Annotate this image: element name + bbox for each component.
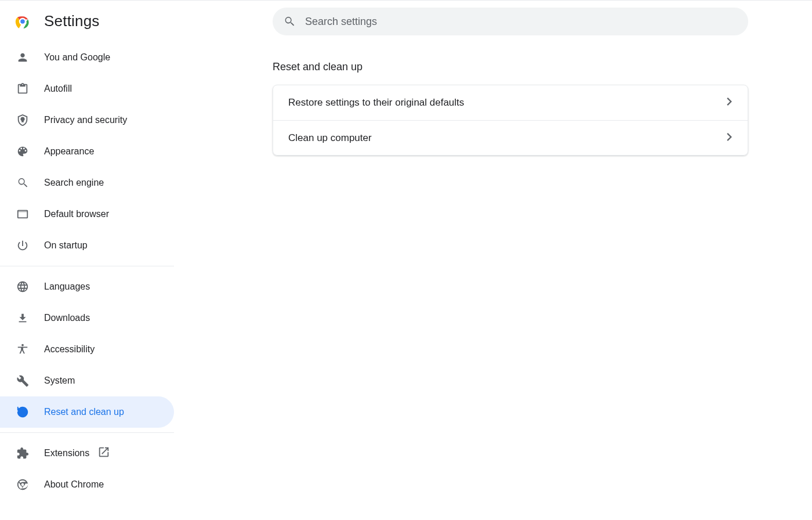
sidebar: Settings You and Google Autofill Privacy…	[0, 1, 174, 520]
sidebar-header: Settings	[0, 9, 174, 42]
sidebar-item-downloads[interactable]: Downloads	[0, 302, 174, 334]
sidebar-item-extensions[interactable]: Extensions	[0, 438, 174, 469]
clipboard-icon	[16, 82, 29, 95]
nav-group-advanced: Languages Downloads Accessibility System…	[0, 271, 174, 428]
sidebar-item-label: Accessibility	[44, 344, 95, 355]
wrench-icon	[16, 374, 29, 387]
sidebar-item-autofill[interactable]: Autofill	[0, 73, 174, 104]
nav-group-main: You and Google Autofill Privacy and secu…	[0, 42, 174, 261]
search-icon	[283, 15, 296, 28]
palette-icon	[16, 145, 29, 158]
row-label: Restore settings to their original defau…	[288, 97, 464, 109]
sidebar-item-label: System	[44, 375, 75, 386]
nav-divider	[0, 432, 174, 433]
download-icon	[16, 312, 29, 324]
search-icon	[16, 176, 29, 189]
shield-icon	[16, 114, 29, 127]
page-title: Settings	[44, 12, 100, 30]
sidebar-item-label: Privacy and security	[44, 115, 127, 125]
power-icon	[16, 239, 29, 252]
settings-card: Restore settings to their original defau…	[273, 85, 748, 156]
sidebar-item-about-chrome[interactable]: About Chrome	[0, 469, 174, 500]
sidebar-item-privacy-and-security[interactable]: Privacy and security	[0, 104, 174, 136]
sidebar-item-system[interactable]: System	[0, 365, 174, 396]
chevron-right-icon	[727, 133, 733, 143]
restore-icon	[16, 406, 29, 418]
external-link-icon	[97, 446, 110, 461]
sidebar-item-label: On startup	[44, 240, 88, 251]
sidebar-item-label: Appearance	[44, 146, 94, 157]
sidebar-item-on-startup[interactable]: On startup	[0, 230, 174, 261]
accessibility-icon	[16, 343, 29, 356]
row-restore-settings[interactable]: Restore settings to their original defau…	[273, 85, 748, 120]
chevron-right-icon	[727, 98, 733, 108]
sidebar-item-search-engine[interactable]: Search engine	[0, 167, 174, 198]
sidebar-item-label: Autofill	[44, 84, 72, 94]
nav-divider	[0, 266, 174, 266]
browser-icon	[16, 208, 29, 221]
nav-group-footer: Extensions About Chrome	[0, 438, 174, 500]
sidebar-item-label: Default browser	[44, 209, 109, 219]
search-input[interactable]	[273, 8, 748, 35]
extension-icon	[16, 447, 29, 460]
svg-point-1	[20, 19, 25, 24]
row-label: Clean up computer	[288, 132, 372, 144]
main-content: Reset and clean up Restore settings to t…	[174, 1, 812, 520]
sidebar-item-label: Downloads	[44, 313, 90, 323]
sidebar-item-appearance[interactable]: Appearance	[0, 136, 174, 167]
sidebar-item-label: Search engine	[44, 178, 104, 188]
search-bar	[273, 8, 748, 35]
sidebar-item-languages[interactable]: Languages	[0, 271, 174, 302]
sidebar-item-label: About Chrome	[44, 479, 104, 490]
sidebar-item-label: Extensions	[44, 448, 89, 458]
globe-icon	[16, 280, 29, 293]
sidebar-item-accessibility[interactable]: Accessibility	[0, 334, 174, 365]
sidebar-item-label: Languages	[44, 281, 90, 292]
chrome-logo-icon	[15, 14, 30, 29]
section-title: Reset and clean up	[273, 61, 748, 73]
sidebar-item-label: Reset and clean up	[44, 407, 124, 417]
chrome-outline-icon	[16, 478, 29, 491]
sidebar-item-label: You and Google	[44, 52, 110, 63]
sidebar-item-you-and-google[interactable]: You and Google	[0, 42, 174, 73]
person-icon	[16, 51, 29, 64]
row-clean-up-computer[interactable]: Clean up computer	[273, 120, 748, 155]
sidebar-item-reset-and-clean-up[interactable]: Reset and clean up	[0, 396, 174, 428]
sidebar-item-default-browser[interactable]: Default browser	[0, 198, 174, 230]
